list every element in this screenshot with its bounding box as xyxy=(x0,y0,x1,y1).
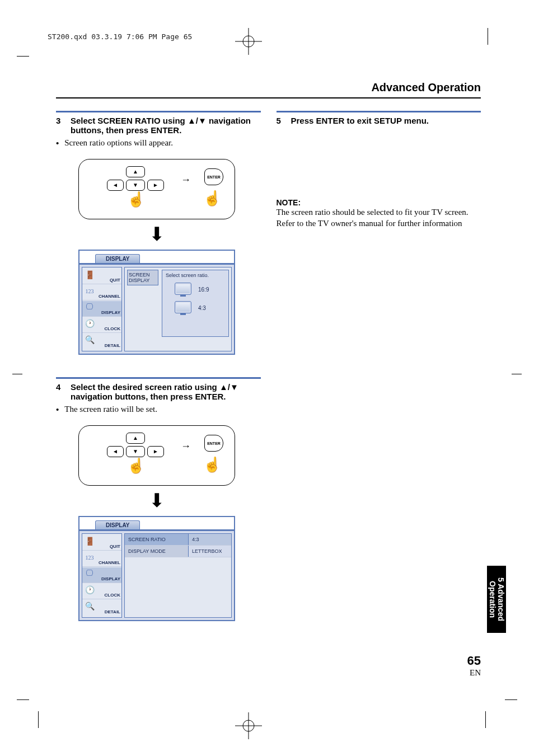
setting-value: 4:3 xyxy=(189,534,231,545)
clock-icon: 🕐 xyxy=(85,585,95,595)
osd-sidebar: 🚪QUIT 123CHANNEL 🖵DISPLAY 🕐CLOCK 🔍DETAIL xyxy=(82,533,122,618)
setting-key: DISPLAY MODE xyxy=(125,546,189,557)
osd-main: SCREEN DISPLAY Select screen ratio. 16:9 xyxy=(124,267,232,351)
setting-value: LETTERBOX xyxy=(189,546,231,557)
crop-mark xyxy=(17,56,29,57)
step-number: 3 xyxy=(56,116,65,135)
screen-display-label: SCREEN DISPLAY xyxy=(127,270,158,285)
page-language: EN xyxy=(467,668,481,678)
step-rule xyxy=(56,111,261,112)
bullet-text: Screen ratio options will appear. xyxy=(64,138,173,148)
osd-screen-2: DISPLAY 🚪QUIT 123CHANNEL 🖵DISPLAY 🕐CLOCK… xyxy=(78,516,235,621)
step-3-bullet: • Screen ratio options will appear. xyxy=(56,138,261,148)
bullet-dot: • xyxy=(56,405,59,414)
nav-down-button: ▼ xyxy=(126,180,145,191)
clock-icon: 🕐 xyxy=(85,318,95,328)
label-line: DISPLAY xyxy=(129,278,157,283)
ratio-option: 4:3 xyxy=(175,301,226,315)
bullet-text: The screen ratio will be set. xyxy=(64,405,157,414)
enter-button: ENTER xyxy=(204,168,223,185)
step-5-heading: 5 Press ENTER to exit SETUP menu. xyxy=(277,116,481,125)
hand-icon: ☝ xyxy=(203,190,221,207)
nav-right-button: ► xyxy=(147,446,164,457)
step-rule xyxy=(277,111,481,112)
figure-remote-2: ▲ ▼ ◄ ► → ENTER ☝ ☝ ⬇ DISPLAY 🚪QUIT 123C xyxy=(78,425,235,621)
display-icon: 🖵 xyxy=(85,302,95,312)
nav-right-button: ► xyxy=(147,180,164,191)
osd-tab: DISPLAY xyxy=(95,254,140,263)
crop-mark xyxy=(505,699,517,700)
down-arrow-icon: ⬇ xyxy=(78,489,235,511)
osd-main: SCREEN RATIO 4:3 DISPLAY MODE LETTERBOX xyxy=(124,533,232,618)
arrow-icon: → xyxy=(181,440,191,452)
ratio-title: Select screen ratio. xyxy=(165,273,226,278)
crop-mark xyxy=(485,711,486,728)
hand-icon: ☝ xyxy=(127,191,145,208)
display-icon: 🖵 xyxy=(85,569,95,579)
osd-sidebar: 🚪QUIT 123CHANNEL 🖵DISPLAY 🕐CLOCK 🔍DETAIL xyxy=(82,267,122,351)
remote-panel: ▲ ▼ ◄ ► → ENTER ☝ ☝ xyxy=(78,425,235,486)
right-column: 5 Press ENTER to exit SETUP menu. NOTE: … xyxy=(277,111,481,621)
content-columns: 3 Select SCREEN RATIO using ▲/▼ navigati… xyxy=(56,111,481,621)
step-3-heading: 3 Select SCREEN RATIO using ▲/▼ navigati… xyxy=(56,116,261,135)
registration-mark-top xyxy=(235,28,262,55)
tv-icon xyxy=(175,283,191,295)
sidebar-label: QUIT xyxy=(110,278,120,283)
sidebar-label: DETAIL xyxy=(105,343,120,348)
nav-down-button: ▼ xyxy=(126,446,145,457)
nav-left-button: ◄ xyxy=(107,180,124,191)
crop-mark xyxy=(38,711,39,728)
sidebar-label: DISPLAY xyxy=(101,576,120,581)
chapter-side-tab: 5 Advanced Operation xyxy=(487,566,506,633)
note-text: The screen ratio should be selected to f… xyxy=(277,207,481,218)
sidebar-label: CHANNEL xyxy=(99,294,120,299)
sidebar-label: CHANNEL xyxy=(99,560,120,565)
channel-icon: 123 xyxy=(85,286,95,296)
sidebar-label: QUIT xyxy=(110,544,120,549)
crop-mark xyxy=(488,28,488,45)
crop-mark xyxy=(512,374,522,374)
page-number-value: 65 xyxy=(467,654,481,668)
step-text: Select SCREEN RATIO using ▲/▼ navigation… xyxy=(71,116,261,135)
down-arrow-icon: ⬇ xyxy=(78,223,235,245)
setting-row: DISPLAY MODE LETTERBOX xyxy=(125,546,231,557)
step-text: Press ENTER to exit SETUP menu. xyxy=(291,116,481,125)
note-label: NOTE: xyxy=(277,198,481,207)
section-title-rule xyxy=(56,97,481,98)
hand-icon: ☝ xyxy=(203,456,221,473)
door-icon: 🚪 xyxy=(85,270,95,280)
nav-up-button: ▲ xyxy=(126,433,145,444)
step-number: 4 xyxy=(56,382,65,401)
nav-left-button: ◄ xyxy=(107,446,124,457)
step-4-heading: 4 Select the desired screen ratio using … xyxy=(56,382,261,401)
nav-up-button: ▲ xyxy=(126,166,145,177)
label-line: SCREEN xyxy=(129,272,157,278)
channel-icon: 123 xyxy=(85,552,95,562)
print-header-line: ST200.qxd 03.3.19 7:06 PM Page 65 xyxy=(48,32,192,41)
crop-mark xyxy=(17,699,29,700)
enter-button: ENTER xyxy=(204,435,223,452)
osd-screen-1: DISPLAY 🚪QUIT 123CHANNEL 🖵DISPLAY 🕐CLOCK… xyxy=(78,250,235,355)
section-title: Advanced Operation xyxy=(371,81,481,94)
figure-remote-1: ▲ ▼ ◄ ► → ENTER ☝ ☝ ⬇ DISPLAY 🚪QUIT 123C xyxy=(78,159,235,355)
ratio-option: 16:9 xyxy=(175,283,226,297)
bullet-dot: • xyxy=(56,138,59,148)
step-rule xyxy=(56,377,261,379)
page-number: 65 EN xyxy=(467,654,481,678)
tv-icon xyxy=(175,301,191,313)
door-icon: 🚪 xyxy=(85,536,95,546)
step-number: 5 xyxy=(277,116,285,125)
arrow-icon: → xyxy=(181,174,191,186)
note-block: NOTE: The screen ratio should be selecte… xyxy=(277,198,481,229)
ratio-label: 4:3 xyxy=(198,305,206,311)
remote-panel: ▲ ▼ ◄ ► → ENTER ☝ ☝ xyxy=(78,159,235,219)
detail-icon: 🔍 xyxy=(85,335,95,345)
hand-icon: ☝ xyxy=(127,457,145,475)
sidebar-label: CLOCK xyxy=(105,326,120,331)
osd-tab: DISPLAY xyxy=(95,520,140,529)
left-column: 3 Select SCREEN RATIO using ▲/▼ navigati… xyxy=(56,111,261,621)
setting-key: SCREEN RATIO xyxy=(125,534,189,545)
setting-row: SCREEN RATIO 4:3 xyxy=(125,534,231,546)
registration-mark-bottom xyxy=(235,712,262,739)
step-text: Select the desired screen ratio using ▲/… xyxy=(71,382,261,401)
